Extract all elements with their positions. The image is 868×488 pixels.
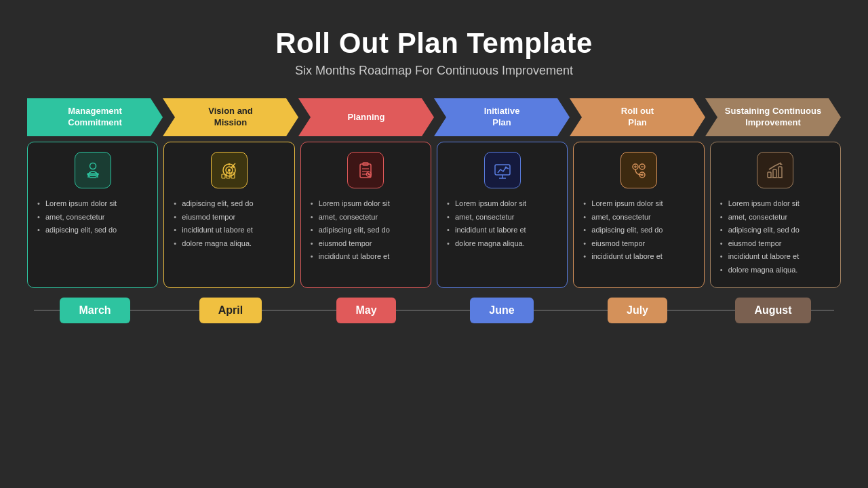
bullet-item: Lorem ipsum dolor sit (447, 198, 557, 210)
bullet-item: dolore magna aliqua. (174, 238, 284, 250)
month-label-august: August (735, 298, 810, 323)
month-label-april: April (199, 298, 262, 323)
bullet-item: incididunt ut labore et (720, 251, 831, 263)
bullet-item: adipiscing elit, sed do (583, 224, 694, 237)
month-badge-april: April (163, 298, 298, 323)
timeline-wrapper: ManagementCommitment Vision andMission P… (27, 98, 841, 323)
month-label-june: June (470, 298, 533, 323)
page-header: Roll Out Plan Template Six Months Roadma… (275, 0, 593, 78)
bullet-item: Lorem ipsum dolor sit (311, 198, 421, 210)
icon-container-initiative (484, 152, 521, 188)
bullets-sustaining: Lorem ipsum dolor sit amet, consectetur … (720, 198, 831, 277)
month-badge-july: July (570, 298, 705, 323)
bullet-item: incididunt ut labore et (583, 251, 694, 263)
month-label-may: May (336, 298, 395, 323)
card-sustaining: Lorem ipsum dolor sit amet, consectetur … (710, 142, 841, 288)
chart-up-icon (765, 160, 785, 180)
month-label-march: March (60, 298, 130, 323)
card-vision: adipiscing elit, sed do eiusmod tempor i… (163, 142, 294, 288)
presentation-icon (492, 160, 513, 180)
bullet-item: amet, consectetur (447, 211, 557, 224)
card-planning: Lorem ipsum dolor sit amet, consectetur … (300, 142, 431, 288)
svg-rect-21 (495, 165, 510, 175)
phase-arrow-management: ManagementCommitment (27, 98, 163, 136)
bullet-item: eiusmod tempor (583, 238, 694, 250)
svg-rect-33 (768, 172, 771, 178)
bullet-item: incididunt ut labore et (311, 251, 421, 263)
bullets-initiative: Lorem ipsum dolor sit amet, consectetur … (447, 198, 557, 249)
phase-arrow-initiative: InitiativePlan (434, 98, 570, 136)
settings-flow-icon (629, 160, 649, 180)
icon-container-rollout (620, 152, 657, 188)
bullet-item: dolore magna aliqua. (447, 238, 557, 250)
timeline-row: March April May June July August (27, 298, 841, 323)
svg-rect-2 (90, 176, 96, 178)
month-badge-may: May (298, 298, 434, 323)
bullet-item: adipiscing elit, sed do (311, 224, 421, 237)
phase-arrow-sustaining: Sustaining ContinuousImprovement (705, 98, 841, 136)
page-subtitle: Six Months Roadmap For Continuous Improv… (275, 64, 593, 78)
person-icon (83, 160, 103, 180)
svg-line-7 (233, 163, 235, 165)
bullet-item: incididunt ut labore et (447, 224, 557, 237)
card-management: Lorem ipsum dolor sit amet, consectetur … (27, 142, 158, 288)
bullet-item: eiusmod tempor (720, 238, 831, 250)
svg-point-0 (90, 163, 96, 169)
svg-point-24 (505, 167, 507, 169)
month-label-july: July (608, 298, 667, 323)
month-badge-august: August (705, 298, 841, 323)
bullet-item: dolore magna aliqua. (720, 264, 831, 277)
phase-arrow-planning: Planning (298, 98, 434, 136)
month-badge-june: June (434, 298, 570, 323)
icon-container-planning (347, 152, 384, 188)
card-initiative: Lorem ipsum dolor sit amet, consectetur … (437, 142, 568, 288)
icon-container-vision (211, 152, 248, 188)
month-badges: March April May June July August (27, 298, 841, 323)
svg-rect-34 (773, 169, 776, 178)
bullet-item: Lorem ipsum dolor sit (720, 198, 831, 210)
bullets-rollout: Lorem ipsum dolor sit amet, consectetur … (583, 198, 694, 263)
bullet-item: amet, consectetur (37, 211, 148, 224)
bullet-item: adipiscing elit, sed do (37, 224, 148, 237)
clipboard-icon (355, 160, 376, 180)
cards-row: Lorem ipsum dolor sit amet, consectetur … (27, 142, 841, 288)
phase-arrow-rollout: Roll outPlan (570, 98, 705, 136)
page-title: Roll Out Plan Template (275, 27, 593, 60)
svg-marker-36 (780, 162, 783, 165)
bullet-item: Lorem ipsum dolor sit (37, 198, 148, 210)
bullet-item: adipiscing elit, sed do (720, 224, 831, 237)
bullet-item: amet, consectetur (720, 211, 831, 224)
bullets-vision: adipiscing elit, sed do eiusmod tempor i… (174, 198, 284, 249)
bullets-planning: Lorem ipsum dolor sit amet, consectetur … (311, 198, 421, 263)
bullet-item: eiusmod tempor (174, 211, 284, 224)
svg-point-5 (228, 169, 231, 171)
target-chart-icon (219, 160, 239, 180)
icon-container-sustaining (757, 152, 793, 188)
arrows-row: ManagementCommitment Vision andMission P… (27, 98, 841, 136)
bullet-item: Lorem ipsum dolor sit (583, 198, 694, 210)
svg-rect-35 (778, 167, 782, 178)
bullet-item: eiusmod tempor (311, 238, 421, 250)
bullet-item: adipiscing elit, sed do (174, 198, 284, 210)
card-rollout: Lorem ipsum dolor sit amet, consectetur … (573, 142, 704, 288)
bullets-management: Lorem ipsum dolor sit amet, consectetur … (37, 198, 148, 237)
bullet-item: amet, consectetur (311, 211, 421, 224)
bullet-item: incididunt ut labore et (174, 224, 284, 237)
icon-container-management (75, 152, 111, 188)
month-badge-march: March (27, 298, 163, 323)
bullet-item: amet, consectetur (583, 211, 694, 224)
phase-arrow-vision: Vision andMission (163, 98, 298, 136)
